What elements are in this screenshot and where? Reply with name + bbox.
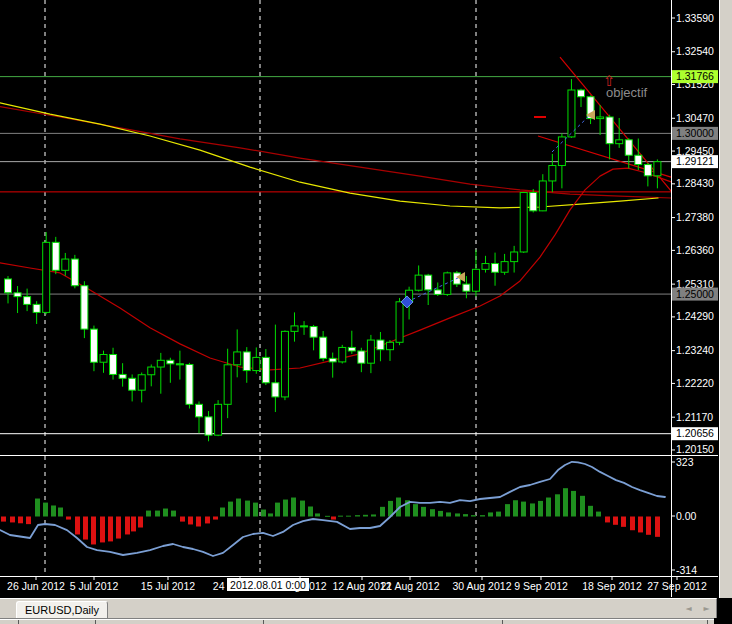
macd-bar <box>180 517 185 522</box>
macd-bar <box>471 515 476 516</box>
candle-body <box>635 155 642 164</box>
candle-body <box>482 264 489 270</box>
red-dash-marker[interactable] <box>534 116 546 118</box>
candle-body <box>52 242 59 270</box>
price-axis-label: 1.22220 <box>676 377 714 389</box>
candle-body <box>205 417 212 435</box>
macd-bar <box>163 509 168 517</box>
candle-body <box>110 355 117 375</box>
macd-bar <box>571 491 576 517</box>
panel-edge-divider <box>502 620 503 624</box>
candle-body <box>511 252 518 262</box>
macd-bar <box>300 501 305 517</box>
candle-body <box>472 269 479 291</box>
macd-bar <box>580 496 585 517</box>
macd-bar <box>275 503 280 517</box>
objectif-label[interactable]: objectif <box>606 85 648 100</box>
candle-body <box>539 181 546 211</box>
candle-body <box>272 383 279 397</box>
macd-bar <box>196 517 201 527</box>
price-axis-label: 1.33590 <box>676 12 714 24</box>
time-axis-label: 27 Sep 2012 <box>647 580 707 592</box>
grid-vlines <box>45 0 476 576</box>
macd-bar <box>421 507 426 517</box>
macd-bar <box>1 517 6 522</box>
candle-body <box>5 279 12 293</box>
macd-bar <box>315 513 320 516</box>
macd-bar <box>268 513 273 516</box>
candle-body <box>501 262 508 273</box>
macd-bar <box>331 517 336 520</box>
candle-body <box>291 326 298 331</box>
candle-body <box>14 293 21 297</box>
time-axis-label: 26 Jun 2012 <box>7 580 65 592</box>
macd-bar <box>108 517 113 542</box>
price-badge-label: 1.25000 <box>676 288 714 300</box>
candle-body <box>129 378 136 390</box>
macd-bar <box>188 517 193 525</box>
candle-body <box>434 290 441 294</box>
macd-bar <box>213 517 218 520</box>
macd-bar <box>371 514 376 516</box>
candle-body <box>616 140 623 144</box>
macd-bar <box>26 517 31 525</box>
time-axis[interactable]: 26 Jun 20125 Jul 201215 Jul 201224 Jul 2… <box>7 577 707 592</box>
candle-body <box>234 352 241 365</box>
tab-label: EURUSD,Daily <box>25 604 99 616</box>
candle-body <box>43 242 50 312</box>
candle-body <box>167 360 174 364</box>
candle-body <box>71 259 78 286</box>
window-right-border <box>719 0 732 598</box>
macd-bar <box>496 512 501 517</box>
candle-body <box>90 329 97 362</box>
macd-bar <box>455 513 460 516</box>
panel-edge-divider <box>707 620 708 624</box>
macd-bar <box>138 517 143 528</box>
chart-tab-bar: EURUSD,Daily ◄ ► <box>0 598 717 618</box>
candle-body <box>119 374 126 378</box>
candle-body <box>186 364 193 404</box>
candle-body <box>568 90 575 137</box>
macd-bar <box>100 517 105 543</box>
tab-eurusd-daily[interactable]: EURUSD,Daily <box>16 601 108 619</box>
candle-body <box>654 162 661 176</box>
macd-bar <box>245 501 250 517</box>
price-badge-label: 1.20656 <box>676 427 714 439</box>
candle-body <box>339 347 346 361</box>
candle-body <box>396 302 403 342</box>
macd-bar <box>480 515 485 516</box>
macd-bar <box>75 517 80 535</box>
macd-bar <box>236 499 241 517</box>
candle-body <box>387 342 394 349</box>
macd-bar <box>596 512 601 517</box>
macd-bar <box>363 515 368 517</box>
docked-panel-top-edge <box>0 618 714 624</box>
macd-bar <box>116 517 121 539</box>
tab-scroll-left-icon[interactable]: ◄ <box>681 602 696 615</box>
panel-edge-divider <box>263 620 264 624</box>
price-axis[interactable]: 1.335901.325401.315201.304701.294501.284… <box>672 12 718 576</box>
macd-bar <box>58 508 63 517</box>
candle-body <box>625 140 632 155</box>
candle-body <box>33 304 40 312</box>
window-corner <box>717 598 732 624</box>
candle-body <box>215 404 222 435</box>
price-badge-label: 1.31766 <box>676 70 714 82</box>
chart-area[interactable]: ⇧objectif1.335901.325401.315201.304701.2… <box>0 0 719 598</box>
macd-bar <box>521 502 526 517</box>
candle-body <box>253 357 260 370</box>
price-badge-label: 1.29121 <box>676 155 714 167</box>
time-axis-label: 15 Jul 2012 <box>141 580 195 592</box>
tab-scroll-right-icon[interactable]: ► <box>699 602 714 615</box>
macd-bar <box>438 511 443 517</box>
macd-bar <box>380 507 385 517</box>
time-axis-label: 21 Aug 2012 <box>381 580 440 592</box>
macd-bar <box>18 517 23 524</box>
candle-body <box>262 357 269 382</box>
candle-body <box>329 358 336 362</box>
candle-body <box>320 337 327 358</box>
macd-bar <box>43 503 48 517</box>
candle-body <box>549 166 556 181</box>
time-axis-label: 5 Jul 2012 <box>70 580 119 592</box>
macd-bar <box>546 498 551 517</box>
